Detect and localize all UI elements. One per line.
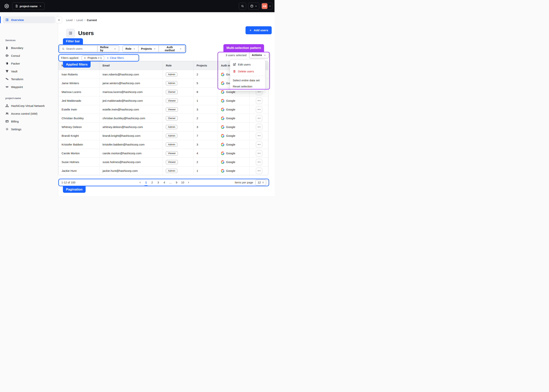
sidebar-item-label: Waypoint	[11, 85, 23, 89]
page-title-icon-tile	[66, 28, 75, 38]
sidebar-item[interactable]: Access control (IAM)	[3, 110, 55, 117]
row-overflow-menu-button[interactable]	[256, 106, 262, 113]
row-overflow-menu-button[interactable]	[256, 98, 262, 104]
service-icon	[5, 46, 9, 49]
pagination-page-button[interactable]: 2	[150, 179, 155, 186]
global-search-button[interactable]	[239, 3, 246, 9]
sidebar-item-label: Packer	[11, 62, 20, 65]
role-badge: Admin	[166, 134, 177, 138]
filter-chip-projects[interactable]: Projects > 1	[81, 56, 104, 61]
actions-dropdown-button[interactable]: Actions	[249, 52, 269, 58]
project-switcher[interactable]: project-name	[12, 2, 45, 10]
row-overflow-menu-button[interactable]	[256, 115, 262, 121]
user-projects-cell: 3	[193, 140, 218, 149]
user-auth-cell: Google	[218, 114, 250, 122]
user-auth-cell: Google	[218, 140, 250, 149]
sidebar-item[interactable]: HashiCorp Virtual Network	[3, 102, 55, 109]
sidebar-collapse-button[interactable]	[56, 17, 62, 23]
row-overflow-menu-button[interactable]	[256, 141, 262, 148]
sidebar-item-overview[interactable]: Overview	[3, 16, 55, 23]
user-name-cell: Estelle Irwin	[58, 105, 99, 114]
user-auth-cell: Google	[218, 105, 250, 114]
sidebar-item[interactable]: Boundary	[3, 44, 55, 51]
applied-filters-bar: Filters applied: Projects > 1 Clear filt…	[58, 54, 139, 62]
filter-auth-method-button[interactable]: Auth method	[159, 46, 185, 52]
clear-filters-link[interactable]: Clear filters	[107, 56, 124, 59]
account-menu-button[interactable]: AB	[261, 3, 273, 9]
breadcrumb-link[interactable]: Level	[76, 19, 83, 22]
pagination-next-button[interactable]	[186, 179, 191, 186]
help-icon	[250, 4, 254, 8]
google-icon	[221, 90, 224, 94]
trash-icon	[233, 70, 236, 73]
row-actions-cell	[250, 105, 268, 114]
menu-item-delete-users[interactable]: Delete users	[230, 68, 265, 75]
add-users-button[interactable]: Add users	[246, 26, 272, 34]
row-overflow-menu-button[interactable]	[256, 168, 262, 174]
table-row: Susie Holmes susie.holmes@hashicorp.com …	[58, 158, 268, 166]
app-window: project-name AB Overview Services	[0, 0, 274, 196]
search-input[interactable]	[66, 47, 95, 50]
search-icon	[62, 47, 65, 50]
auth-provider-label: Google	[226, 99, 235, 102]
section-item-icon	[5, 127, 9, 131]
filter-projects-button[interactable]: Projects	[138, 46, 159, 52]
sidebar-item[interactable]: Terraform	[3, 76, 55, 83]
menu-item-edit-users[interactable]: Edit users	[230, 61, 265, 68]
user-auth-cell: Google	[218, 167, 250, 175]
row-overflow-menu-button[interactable]	[256, 124, 262, 130]
menu-item-select-entire-data-set[interactable]: Select entire data set	[230, 77, 265, 83]
pagination-page-button[interactable]: 1	[143, 179, 149, 186]
role-badge: Owner	[166, 116, 178, 120]
user-role-cell: Admin	[163, 140, 193, 149]
sidebar-item[interactable]: Billing	[3, 118, 55, 125]
user-name-cell: Jackie Hunt	[58, 167, 99, 175]
user-projects-cell: 2	[193, 158, 218, 166]
sidebar-item[interactable]: Vault	[3, 68, 55, 75]
sidebar-item-label: Terraform	[11, 77, 23, 81]
sidebar-section-services: Services Boundary Consul Packer Vault	[0, 39, 58, 91]
sidebar-item[interactable]: Waypoint	[3, 84, 55, 90]
pagination-prev-button[interactable]	[138, 179, 143, 186]
section-item-icon	[5, 120, 9, 123]
help-menu-button[interactable]	[248, 3, 259, 9]
row-overflow-menu-button[interactable]	[256, 150, 262, 157]
auth-provider-label: Google	[226, 125, 235, 129]
row-overflow-menu-button[interactable]	[256, 133, 262, 139]
user-role-cell: Viewer	[163, 158, 193, 166]
row-actions-cell	[250, 131, 268, 140]
pagination-page-button[interactable]: 9	[174, 179, 179, 186]
user-email-cell: susie.holmes@hashicorp.com	[99, 158, 163, 166]
sidebar-item[interactable]: Consul	[3, 52, 55, 59]
user-projects-cell: 8	[193, 88, 218, 96]
user-role-cell: Admin	[163, 167, 193, 175]
sidebar-item-label: Settings	[11, 128, 21, 131]
refine-by-button[interactable]: Refine by	[97, 46, 119, 52]
search-field[interactable]	[60, 46, 97, 52]
pagination-page-button[interactable]: 4	[162, 179, 167, 186]
service-icon	[5, 62, 9, 65]
user-role-cell: Admin	[163, 131, 193, 140]
google-icon	[221, 152, 224, 155]
pagination-page-button[interactable]: 10	[180, 179, 185, 186]
row-overflow-menu-button[interactable]	[256, 159, 262, 165]
user-email-cell: christian.buckley@hashicorp.com	[99, 114, 163, 122]
filter-role-button[interactable]: Role	[123, 46, 138, 52]
pagination-page-button[interactable]: …	[168, 179, 173, 186]
chevron-down-icon	[264, 54, 266, 56]
auth-provider-label: Google	[226, 169, 235, 172]
pagination-page-button[interactable]: 3	[156, 179, 161, 186]
chevron-down-icon	[114, 48, 116, 50]
sidebar-item[interactable]: Settings	[3, 126, 55, 133]
menu-item-reset-selection[interactable]: Reset selection	[230, 83, 265, 89]
column-header-projects: Projects	[193, 61, 218, 70]
user-email-cell: kristofer.baldwin@hashicorp.com	[99, 140, 163, 149]
user-name-cell: Marissa Lucero	[58, 88, 99, 96]
chevron-down-icon	[179, 48, 182, 50]
breadcrumb-link[interactable]: Level	[66, 19, 73, 22]
breadcrumb: Level / Level / Current	[66, 19, 97, 22]
sidebar-item[interactable]: Packer	[3, 60, 55, 67]
user-role-cell: Admin	[163, 70, 193, 79]
items-per-page-select[interactable]: 12	[256, 180, 266, 185]
sidebar-item-label: Consul	[11, 54, 20, 57]
